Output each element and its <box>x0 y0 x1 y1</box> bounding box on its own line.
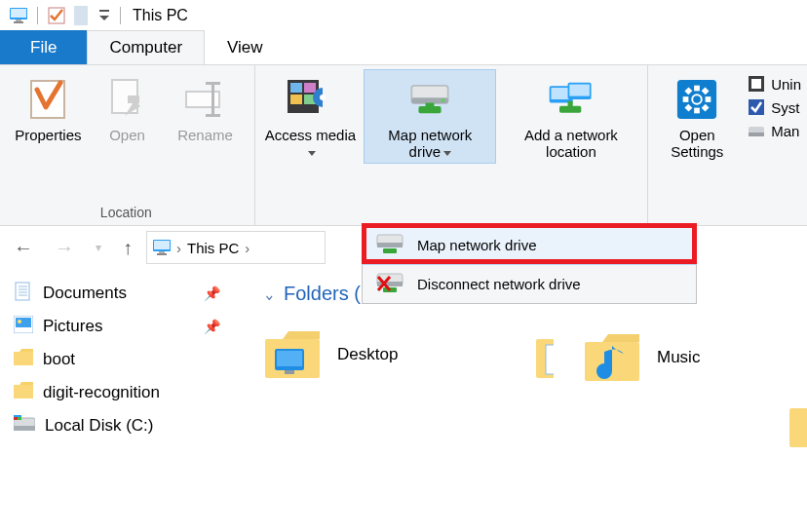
title-separator <box>120 7 121 24</box>
nav-forward: → <box>47 233 82 263</box>
svg-point-40 <box>693 95 701 103</box>
system-properties-button[interactable]: Syst <box>748 98 801 116</box>
group-network-label <box>257 202 646 223</box>
chevron-down-icon <box>308 151 316 156</box>
properties-icon <box>24 78 71 121</box>
drive-icon <box>14 415 35 437</box>
svg-rect-73 <box>277 351 302 366</box>
svg-rect-56 <box>16 283 29 300</box>
dropdown-map-label: Map network drive <box>417 237 537 253</box>
blank-qat-icon[interactable] <box>72 6 92 25</box>
folder-partial-right-2[interactable] <box>788 399 807 449</box>
network-drive-icon <box>376 234 404 255</box>
breadcrumb-this-pc[interactable]: This PC <box>187 240 239 256</box>
folders-grid: Desktop Music <box>263 326 807 449</box>
folder-music[interactable]: Music <box>583 332 807 383</box>
map-network-drive-icon <box>406 78 453 121</box>
sidebar-item-documents[interactable]: Documents 📌 <box>14 277 240 310</box>
svg-rect-54 <box>159 251 165 253</box>
dropdown-disconnect-network-drive[interactable]: Disconnect network drive <box>363 264 696 303</box>
folder-label: Music <box>657 348 700 367</box>
svg-rect-43 <box>749 99 764 115</box>
map-network-drive-label: Map network drive <box>370 127 489 161</box>
svg-rect-1 <box>11 9 26 18</box>
titlebar: This PC <box>0 0 807 31</box>
chevron-down-icon: ⌄ <box>263 284 276 305</box>
dropdown-map-network-drive[interactable]: Map network drive <box>362 224 697 265</box>
svg-line-36 <box>687 89 691 93</box>
properties-button[interactable]: Properties <box>8 69 88 146</box>
sidebar-label: Pictures <box>43 317 102 336</box>
qat-dropdown-icon[interactable] <box>97 6 111 25</box>
folder-desktop[interactable]: Desktop <box>263 326 487 383</box>
open-icon <box>104 78 151 121</box>
chevron-right-icon[interactable]: › <box>245 240 250 256</box>
sidebar-item-local-disk[interactable]: Local Disk (C:) <box>14 409 240 442</box>
nav-up[interactable]: ↑ <box>115 233 140 263</box>
nav-back[interactable]: ← <box>6 233 41 263</box>
svg-rect-3 <box>14 21 23 23</box>
svg-rect-23 <box>426 103 435 108</box>
folder-label: Desktop <box>337 345 398 364</box>
system-list: Unin Syst Man <box>744 69 807 139</box>
svg-rect-47 <box>377 243 403 247</box>
svg-rect-27 <box>569 85 590 96</box>
ribbon-separator-2 <box>647 65 648 225</box>
svg-rect-11 <box>206 82 220 85</box>
tab-computer[interactable]: Computer <box>87 30 205 64</box>
tab-file[interactable]: File <box>0 30 87 64</box>
svg-point-18 <box>320 95 326 100</box>
add-network-location-label: Add a network location <box>503 127 638 161</box>
properties-qat-icon[interactable] <box>47 6 66 25</box>
sidebar-item-boot[interactable]: boot <box>14 343 240 376</box>
navigation-pane[interactable]: Documents 📌 Pictures 📌 boot digit-recogn… <box>0 267 246 532</box>
address-bar[interactable]: › This PC › <box>146 231 326 264</box>
rename-button: Rename <box>167 69 245 146</box>
sidebar-label: Documents <box>43 284 127 303</box>
svg-rect-67 <box>14 426 35 431</box>
svg-rect-12 <box>206 114 220 117</box>
svg-line-38 <box>687 106 691 110</box>
ribbon-separator-1 <box>254 65 255 225</box>
folder-icon <box>788 399 807 449</box>
nav-recent-dropdown-icon[interactable]: ▾ <box>88 237 109 258</box>
tab-view[interactable]: View <box>205 30 286 64</box>
pin-icon: 📌 <box>204 319 220 334</box>
svg-rect-29 <box>567 101 572 108</box>
map-network-drive-dropdown: Map network drive Disconnect network dri… <box>362 224 697 304</box>
access-media-icon <box>287 78 333 121</box>
svg-line-37 <box>704 106 708 110</box>
folder-icon <box>14 349 33 370</box>
access-media-button[interactable]: Access media <box>257 69 365 164</box>
map-network-drive-button[interactable]: Map network drive <box>364 69 496 164</box>
uninstall-icon <box>748 75 765 93</box>
sidebar-item-digit-recognition[interactable]: digit-recognition <box>14 376 240 409</box>
disconnect-drive-icon <box>376 273 404 294</box>
svg-rect-45 <box>749 133 764 136</box>
svg-rect-14 <box>290 83 302 93</box>
chevron-down-icon <box>443 151 451 156</box>
explorer-body: Documents 📌 Pictures 📌 boot digit-recogn… <box>0 267 807 532</box>
ribbon: Properties Open Rename Location Access m… <box>0 64 807 226</box>
sidebar-item-pictures[interactable]: Pictures 📌 <box>14 310 240 343</box>
svg-rect-53 <box>154 241 170 249</box>
uninstall-programs-button[interactable]: Unin <box>748 75 801 93</box>
access-media-label: Access media <box>264 127 358 161</box>
manage-icon <box>748 122 765 139</box>
folder-partial-right-1[interactable] <box>534 326 554 383</box>
svg-rect-2 <box>16 19 21 21</box>
manage-button[interactable]: Man <box>748 122 801 139</box>
group-network: Access media Map network drive Add a net… <box>257 65 646 225</box>
svg-rect-64 <box>14 352 33 365</box>
rename-icon <box>182 78 229 121</box>
svg-line-39 <box>704 89 708 93</box>
dropdown-disconnect-label: Disconnect network drive <box>417 276 581 292</box>
open-label: Open <box>109 127 145 143</box>
manage-label: Man <box>771 123 799 139</box>
content-pane[interactable]: ⌄ Folders (6) Desktop Music <box>246 267 807 532</box>
pin-icon: 📌 <box>204 285 220 301</box>
qat-separator <box>37 7 38 24</box>
add-network-location-button[interactable]: Add a network location <box>496 69 645 164</box>
chevron-right-icon[interactable]: › <box>176 240 181 256</box>
open-settings-button[interactable]: Open Settings <box>650 69 744 164</box>
